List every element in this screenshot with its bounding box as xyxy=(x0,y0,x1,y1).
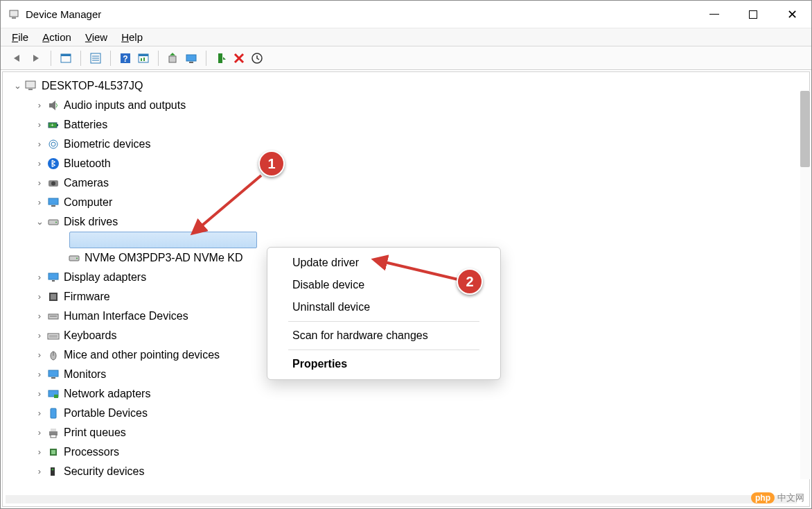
chevron-icon[interactable]: › xyxy=(33,117,46,133)
keyboard-icon xyxy=(46,329,61,343)
portable-icon xyxy=(46,406,61,420)
svg-rect-19 xyxy=(26,81,35,88)
svg-point-58 xyxy=(52,469,54,471)
svg-rect-11 xyxy=(139,54,148,56)
enable-device-button[interactable] xyxy=(212,49,230,67)
computer-icon xyxy=(46,196,61,209)
svg-rect-48 xyxy=(51,377,55,379)
tree-item[interactable]: ›Print queues xyxy=(3,423,809,442)
update-driver-button[interactable] xyxy=(164,49,182,67)
context-properties[interactable]: Properties xyxy=(267,353,500,375)
chevron-down-icon[interactable]: ⌄ xyxy=(11,78,24,94)
nav-back-button[interactable] xyxy=(9,49,27,67)
tree-item-label: Cameras xyxy=(64,173,109,193)
svg-rect-47 xyxy=(48,370,58,377)
window-title: Device Manager xyxy=(26,8,101,20)
scroll-thumb[interactable] xyxy=(800,91,810,167)
tree-item[interactable]: ›Computer xyxy=(3,193,809,212)
tree-item[interactable]: ›Network adapters xyxy=(3,384,809,404)
chevron-icon[interactable]: › xyxy=(33,137,46,153)
menu-action[interactable]: Action xyxy=(42,31,71,43)
svg-rect-42 xyxy=(48,334,59,339)
details-button[interactable] xyxy=(87,49,105,67)
firmware-icon xyxy=(46,290,61,304)
tree-item[interactable]: ›+Batteries xyxy=(3,115,809,135)
app-icon xyxy=(8,8,20,21)
svg-rect-56 xyxy=(51,450,55,454)
svg-rect-30 xyxy=(48,198,58,205)
context-uninstall-device[interactable]: Uninstall device xyxy=(267,296,500,318)
chevron-icon[interactable]: › xyxy=(33,175,46,191)
chevron-icon[interactable]: › xyxy=(33,406,46,422)
tree-item-label: Firmware xyxy=(64,287,110,307)
display-icon xyxy=(46,270,61,284)
tree-item[interactable]: ›Cameras xyxy=(3,173,809,193)
device-manager-window: Device Manager ✕ File Action View Help ? xyxy=(0,0,812,509)
chevron-icon[interactable]: › xyxy=(33,328,46,344)
titlebar[interactable]: Device Manager ✕ xyxy=(1,1,811,28)
nav-forward-button[interactable] xyxy=(27,49,45,67)
watermark-badge: php xyxy=(751,492,775,503)
minimize-button[interactable] xyxy=(695,1,734,28)
tree-item-label: NVMe OM3PDP3-AD NVMe KD xyxy=(85,248,243,268)
svg-line-59 xyxy=(199,175,261,228)
menu-file[interactable]: File xyxy=(12,31,28,43)
svg-rect-0 xyxy=(10,10,18,17)
svg-point-27 xyxy=(48,158,59,169)
context-scan-hardware[interactable]: Scan for hardware changes xyxy=(267,325,500,347)
chevron-icon[interactable]: ⌄ xyxy=(33,214,46,230)
tree-item[interactable]: ›Biometric devices xyxy=(3,135,809,154)
properties-button[interactable] xyxy=(134,49,152,67)
uninstall-device-button[interactable] xyxy=(230,49,248,67)
tree-root[interactable]: ⌄ DESKTOP-4L537JQ xyxy=(3,76,809,96)
horizontal-scrollbar[interactable] xyxy=(6,495,797,503)
tree-item-label: Network adapters xyxy=(64,384,150,404)
svg-rect-14 xyxy=(169,56,176,62)
tree-item[interactable]: ›Bluetooth xyxy=(3,154,809,173)
chevron-icon[interactable]: › xyxy=(33,98,46,114)
chevron-icon[interactable]: › xyxy=(33,386,46,402)
tree-item-label: Bluetooth xyxy=(64,154,111,173)
chevron-icon[interactable]: › xyxy=(33,309,46,325)
chevron-icon[interactable]: › xyxy=(33,156,46,172)
audio-icon xyxy=(46,98,61,112)
disk-icon xyxy=(46,215,61,229)
menu-view[interactable]: View xyxy=(85,31,107,43)
chevron-icon[interactable]: › xyxy=(33,367,46,383)
update-monitor-button[interactable] xyxy=(182,49,200,67)
svg-rect-15 xyxy=(186,55,196,61)
menu-help[interactable]: Help xyxy=(121,31,143,43)
tree-item-label: Human Interface Devices xyxy=(64,307,188,326)
chevron-icon[interactable]: › xyxy=(33,289,46,305)
menu-separator xyxy=(288,350,479,350)
network-icon xyxy=(46,387,61,401)
show-hidden-button[interactable] xyxy=(57,49,75,67)
tree-item[interactable]: ›Portable Devices xyxy=(3,404,809,423)
help-button[interactable]: ? xyxy=(116,49,134,67)
tree-item-label: Monitors xyxy=(64,365,106,384)
svg-rect-51 xyxy=(51,408,56,418)
chevron-icon[interactable]: › xyxy=(33,464,46,480)
tree-item-label: Portable Devices xyxy=(64,404,148,423)
svg-rect-23 xyxy=(57,124,58,126)
svg-rect-31 xyxy=(51,205,55,207)
svg-point-29 xyxy=(51,182,55,186)
toolbar: ? xyxy=(1,46,811,70)
svg-rect-16 xyxy=(189,62,193,63)
tree-item[interactable]: ›Processors xyxy=(3,442,809,462)
tree-item[interactable]: ›Audio inputs and outputs xyxy=(3,96,809,115)
chevron-icon[interactable]: › xyxy=(33,445,46,460)
scan-hardware-button[interactable] xyxy=(248,49,266,67)
vertical-scrollbar[interactable] xyxy=(800,91,810,479)
maximize-button[interactable] xyxy=(734,1,773,28)
chevron-icon[interactable]: › xyxy=(33,270,46,286)
tree-item-label: Mice and other pointing devices xyxy=(64,345,220,365)
tree-item[interactable]: ⌄Disk drives xyxy=(3,212,809,232)
svg-rect-1 xyxy=(12,17,16,19)
chevron-icon[interactable]: › xyxy=(33,347,46,363)
chevron-icon[interactable]: › xyxy=(33,195,46,211)
chevron-icon[interactable]: › xyxy=(33,425,46,441)
svg-rect-37 xyxy=(52,280,55,282)
tree-item[interactable]: ›Security devices xyxy=(3,462,809,481)
close-button[interactable]: ✕ xyxy=(773,1,811,28)
